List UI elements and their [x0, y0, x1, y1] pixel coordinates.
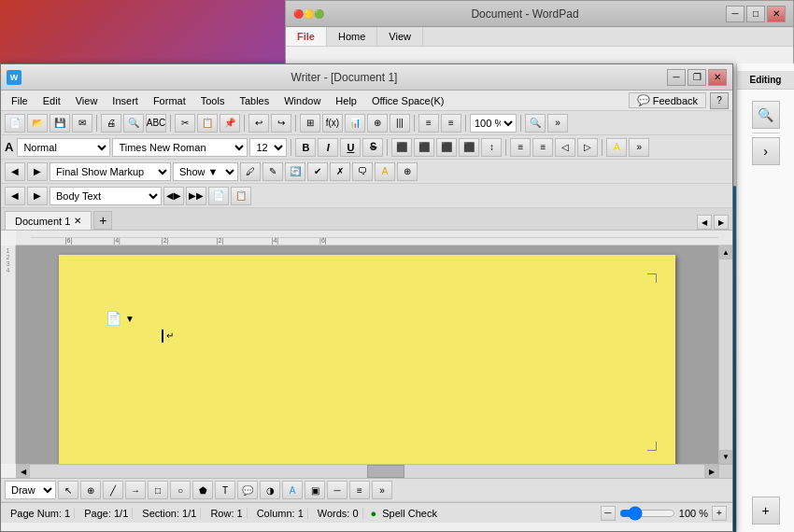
font-dropdown[interactable]: Times New Roman Arial Calibri [112, 138, 248, 157]
nav-more-btn[interactable]: 📋 [231, 187, 251, 205]
page-area[interactable]: 📄 ▼ ↵ [16, 245, 718, 464]
menu-tables[interactable]: Tables [233, 92, 276, 109]
tb-new[interactable]: 📄 [5, 114, 25, 133]
scroll-right-btn[interactable]: ▶ [704, 465, 718, 478]
line-spacing-btn[interactable]: ↕ [481, 138, 502, 157]
tb-formula[interactable]: f(x) [322, 114, 343, 133]
document-page[interactable]: 📄 ▼ ↵ [59, 255, 675, 464]
tb-align-l[interactable]: ≡ [418, 114, 439, 133]
tb-cols[interactable]: ||| [390, 114, 410, 133]
tb-print[interactable]: 🖨 [101, 114, 121, 133]
menu-office-space[interactable]: Office Space(K) [365, 92, 450, 109]
tb-email[interactable]: ✉ [72, 114, 92, 133]
scroll-thumb-h[interactable] [367, 465, 404, 478]
draw-callout-btn[interactable]: 💬 [237, 481, 258, 499]
writer-minimize[interactable]: ─ [667, 69, 686, 86]
draw-fill-btn[interactable]: ▣ [305, 481, 325, 499]
tb-copy[interactable]: 📋 [197, 114, 218, 133]
draw-arrow-btn[interactable]: → [125, 481, 146, 499]
nav-back-btn[interactable]: ◀ [5, 187, 25, 205]
tab-right-btn[interactable]: ▶ [714, 215, 729, 230]
tb-save[interactable]: 💾 [50, 114, 70, 133]
tb-insert-special[interactable]: ⊕ [367, 114, 388, 133]
zoom-out-btn[interactable]: ─ [601, 506, 616, 521]
markup-btn2[interactable]: ✎ [262, 162, 283, 181]
draw-color-btn[interactable]: A [282, 481, 303, 499]
menu-help[interactable]: Help [329, 92, 363, 109]
markup-btn4[interactable]: ✔ [307, 162, 328, 181]
markup-btn8[interactable]: ⊕ [397, 162, 418, 181]
align-center-btn[interactable]: ⬛ [414, 138, 434, 157]
zoom-in-btn[interactable]: + [712, 506, 727, 521]
menu-view[interactable]: View [69, 92, 105, 109]
markup-btn7[interactable]: A [375, 162, 395, 181]
tb-spell[interactable]: ABC [146, 114, 166, 133]
tb-insert-table[interactable]: ⊞ [300, 114, 320, 133]
draw-cursor-btn[interactable]: ↖ [58, 481, 78, 499]
menu-format[interactable]: Format [147, 92, 192, 109]
markup-btn3[interactable]: 🔄 [285, 162, 305, 181]
draw-more-btn[interactable]: » [372, 481, 392, 499]
prev-change-btn[interactable]: ◀ [5, 162, 25, 181]
underline-button[interactable]: U [340, 138, 361, 157]
tab-left-btn[interactable]: ◀ [697, 215, 712, 230]
wordpad-maximize[interactable]: □ [746, 6, 765, 22]
menu-edit[interactable]: Edit [36, 92, 67, 109]
writer-close[interactable]: ✕ [708, 69, 727, 86]
scroll-up-btn[interactable]: ▲ [719, 245, 732, 259]
menu-tools[interactable]: Tools [194, 92, 232, 109]
zoom-slider[interactable] [619, 506, 675, 521]
align-right-btn[interactable]: ⬛ [436, 138, 457, 157]
draw-rect-btn[interactable]: □ [148, 481, 168, 499]
wordpad-close[interactable]: ✕ [767, 6, 786, 22]
markup-btn6[interactable]: 🗨 [352, 162, 373, 181]
align-justify-btn[interactable]: ⬛ [459, 138, 479, 157]
draw-poly-btn[interactable]: ⬟ [192, 481, 213, 499]
tb-cut[interactable]: ✂ [175, 114, 195, 133]
draw-shadow-btn[interactable]: ◑ [260, 481, 280, 499]
bold-button[interactable]: B [295, 138, 316, 157]
wordpad-minimize[interactable]: ─ [726, 6, 744, 22]
markup-btn1[interactable]: 🖊 [240, 162, 261, 181]
draw-line-btn[interactable]: ╱ [103, 481, 123, 499]
highlight-btn[interactable]: A [606, 138, 627, 157]
tb-align-r[interactable]: ≡ [441, 114, 461, 133]
markup-type-dropdown[interactable]: Final Show Markup Final Original [50, 162, 171, 181]
tb-more[interactable]: » [547, 114, 568, 133]
tb-paste[interactable]: 📌 [220, 114, 240, 133]
nav-insert-btn[interactable]: 📄 [208, 187, 229, 205]
tab-close-btn[interactable]: ✕ [74, 216, 81, 226]
nav-btn2[interactable]: ▶▶ [186, 187, 206, 205]
draw-select-btn[interactable]: ⊕ [80, 481, 101, 499]
draw-dropdown[interactable]: Draw [5, 481, 56, 499]
sidebar-add-btn[interactable]: + [752, 497, 780, 525]
tab-add-btn[interactable]: + [93, 211, 112, 230]
italic-button[interactable]: I [318, 138, 338, 157]
indent-dec-btn[interactable]: ◁ [555, 138, 575, 157]
next-change-btn[interactable]: ▶ [27, 162, 48, 181]
navigator-dropdown[interactable]: Body Text Heading 1 Heading 2 [50, 187, 162, 205]
list-bullet-btn[interactable]: ≡ [510, 138, 531, 157]
nav-btn1[interactable]: ◀▶ [163, 187, 184, 205]
tb-undo[interactable]: ↩ [248, 114, 269, 133]
markup-btn5[interactable]: ✗ [330, 162, 350, 181]
writer-restore[interactable]: ❐ [688, 69, 706, 86]
list-num-btn[interactable]: ≡ [532, 138, 553, 157]
wordpad-tab-file[interactable]: File [286, 27, 327, 46]
more-format-btn[interactable]: » [629, 138, 649, 157]
draw-ellipse-btn[interactable]: ○ [170, 481, 191, 499]
align-left-btn[interactable]: ⬛ [391, 138, 412, 157]
vertical-scrollbar[interactable]: ▲ ▼ [718, 245, 732, 464]
font-size-dropdown[interactable]: 12 10 14 [249, 138, 287, 157]
draw-line-color-btn[interactable]: ─ [327, 481, 347, 499]
wordpad-tab-view[interactable]: View [377, 27, 423, 46]
strikethrough-button[interactable]: S̶ [362, 138, 383, 157]
draw-textbox-btn[interactable]: T [215, 481, 235, 499]
indent-inc-btn[interactable]: ▷ [577, 138, 598, 157]
scroll-left-btn[interactable]: ◀ [16, 465, 30, 478]
zoom-select[interactable]: 100 % 75 % 150 % [470, 114, 517, 133]
tb-chart[interactable]: 📊 [345, 114, 365, 133]
writer-help-btn[interactable]: ? [710, 92, 729, 109]
wordpad-tab-home[interactable]: Home [327, 27, 377, 46]
menu-insert[interactable]: Insert [106, 92, 145, 109]
